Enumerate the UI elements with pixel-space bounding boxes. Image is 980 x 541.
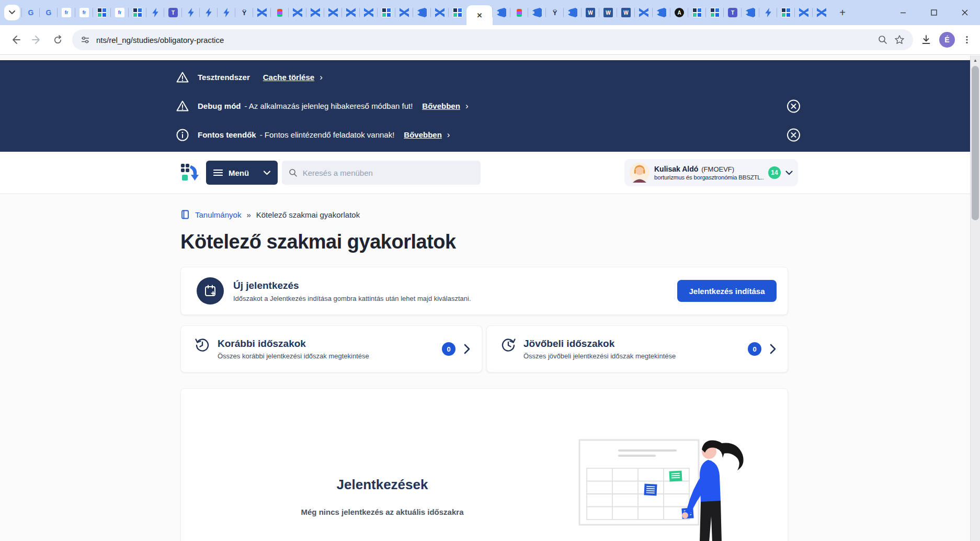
tab-neptun[interactable] bbox=[93, 0, 111, 25]
toolbar-right: É bbox=[920, 32, 972, 48]
tab-teams[interactable]: T bbox=[724, 0, 742, 25]
tab-xarrows[interactable] bbox=[635, 0, 653, 25]
tab-xarrows[interactable] bbox=[253, 0, 271, 25]
new-application-card: Új jelentkezés Időszakot a Jelentkezés i… bbox=[180, 267, 788, 315]
banner-text: - Az alkalmazás jelenleg hibakereső módb… bbox=[245, 102, 413, 110]
hamburger-icon bbox=[213, 169, 223, 176]
tab-devops[interactable] bbox=[528, 0, 546, 25]
forward-icon bbox=[31, 35, 42, 45]
tab-devops[interactable] bbox=[413, 0, 431, 25]
page-scrollbar[interactable]: ▲ bbox=[970, 55, 980, 541]
past-periods-count-badge: 0 bbox=[442, 342, 455, 356]
page-content: Tesztrendszer Cache törlése › Debug mód … bbox=[0, 55, 980, 541]
tab-xarrows[interactable] bbox=[289, 0, 306, 25]
person-favicon: Ÿ bbox=[550, 8, 560, 17]
notification-badge[interactable]: 14 bbox=[768, 166, 781, 179]
url-text[interactable]: nts/rel_ng/studies/obligatory-practice bbox=[96, 36, 871, 44]
tab-neptun[interactable] bbox=[378, 0, 395, 25]
browser-menu-icon[interactable] bbox=[962, 35, 972, 44]
xarrows-favicon bbox=[400, 8, 409, 17]
tab-devops[interactable] bbox=[742, 0, 759, 25]
word-favicon: W bbox=[603, 8, 613, 17]
tab-xarrows[interactable] bbox=[795, 0, 813, 25]
forward-button[interactable] bbox=[26, 29, 47, 50]
person-favicon: Ÿ bbox=[240, 8, 249, 17]
tab-bolt[interactable] bbox=[759, 0, 777, 25]
tab-search-button[interactable] bbox=[4, 5, 20, 20]
banner-link-more[interactable]: Bővebben bbox=[404, 130, 442, 139]
xarrows-favicon bbox=[293, 8, 302, 17]
docfr-favicon: fr bbox=[79, 8, 89, 17]
tab-xarrows[interactable] bbox=[306, 0, 324, 25]
xarrows-favicon bbox=[799, 8, 808, 17]
tab-neptun[interactable] bbox=[706, 0, 724, 25]
tab-word[interactable]: W bbox=[617, 0, 635, 25]
menu-button[interactable]: Menü bbox=[206, 161, 278, 185]
neptun-favicon bbox=[692, 8, 702, 17]
tab-xarrows[interactable] bbox=[342, 0, 360, 25]
past-periods-card[interactable]: Korábbi időszakok Összes korábbi jelentk… bbox=[180, 325, 482, 373]
angular-favicon: A bbox=[675, 8, 684, 17]
scrollbar-thumb[interactable] bbox=[972, 66, 979, 220]
banner-close-button[interactable] bbox=[787, 128, 801, 142]
new-application-title: Új jelentkezés bbox=[233, 280, 471, 291]
tab-neptun[interactable] bbox=[777, 0, 795, 25]
tab-bolt[interactable] bbox=[200, 0, 218, 25]
tab-xarrows[interactable] bbox=[813, 0, 830, 25]
tab-figma[interactable] bbox=[271, 0, 289, 25]
banner-close-button[interactable] bbox=[787, 99, 801, 113]
close-window-button[interactable] bbox=[949, 0, 980, 25]
start-application-button[interactable]: Jelentkezés indítása bbox=[677, 280, 777, 302]
reload-button[interactable] bbox=[47, 29, 68, 50]
tab-xarrows[interactable] bbox=[360, 0, 378, 25]
tab-google[interactable]: G bbox=[22, 0, 40, 25]
tab-docfr[interactable]: fr bbox=[75, 0, 93, 25]
tab-xarrows[interactable] bbox=[324, 0, 342, 25]
tab-bolt[interactable] bbox=[218, 0, 235, 25]
browser-profile-avatar[interactable]: É bbox=[939, 32, 955, 48]
tab-xarrows[interactable] bbox=[431, 0, 449, 25]
bookmark-star-icon[interactable] bbox=[894, 35, 905, 45]
future-periods-title: Jövőbeli időszakok bbox=[523, 338, 748, 350]
new-tab-button[interactable]: + bbox=[835, 5, 850, 20]
tab-word[interactable]: W bbox=[582, 0, 599, 25]
tab-active[interactable]: ✕ bbox=[466, 5, 493, 25]
tab-google[interactable]: G bbox=[40, 0, 58, 25]
tab-figma[interactable] bbox=[510, 0, 528, 25]
banner-link-more[interactable]: Bővebben bbox=[422, 102, 460, 110]
back-button[interactable] bbox=[5, 29, 26, 50]
tab-neptun[interactable] bbox=[688, 0, 706, 25]
tab-devops[interactable] bbox=[564, 0, 582, 25]
chevron-down-icon bbox=[785, 171, 793, 175]
tab-person[interactable]: Ÿ bbox=[546, 0, 564, 25]
zoom-icon[interactable] bbox=[878, 35, 888, 45]
tab-word[interactable]: W bbox=[599, 0, 617, 25]
neptun-favicon bbox=[133, 8, 142, 17]
user-menu[interactable]: Kulisak Aldó (FMOEVF) borturizmus és bor… bbox=[624, 159, 798, 186]
tab-bolt[interactable] bbox=[146, 0, 164, 25]
tab-devops[interactable] bbox=[653, 0, 670, 25]
tab-devops[interactable] bbox=[493, 0, 510, 25]
tab-neptun[interactable] bbox=[129, 0, 146, 25]
past-periods-title: Korábbi időszakok bbox=[218, 338, 442, 350]
menu-search[interactable] bbox=[282, 161, 481, 185]
future-periods-card[interactable]: Jövőbeli időszakok Összes jövőbeli jelen… bbox=[486, 325, 788, 373]
tab-xarrows[interactable] bbox=[395, 0, 413, 25]
address-bar[interactable]: nts/rel_ng/studies/obligatory-practice bbox=[72, 29, 913, 50]
breadcrumb-link-studies[interactable]: Tanulmányok bbox=[195, 210, 241, 219]
maximize-button[interactable] bbox=[918, 0, 949, 25]
tab-neptun[interactable] bbox=[449, 0, 466, 25]
tab-docfr[interactable]: fr bbox=[111, 0, 129, 25]
scrollbar-up-arrow[interactable]: ▲ bbox=[971, 58, 980, 63]
downloads-icon[interactable] bbox=[920, 34, 932, 46]
studies-book-icon bbox=[180, 210, 190, 219]
minimize-button[interactable] bbox=[887, 0, 918, 25]
tab-teams[interactable]: T bbox=[164, 0, 182, 25]
banner-link-cache-clear[interactable]: Cache törlése bbox=[263, 73, 314, 82]
tab-person[interactable]: Ÿ bbox=[235, 0, 253, 25]
tab-angular[interactable]: A bbox=[670, 0, 688, 25]
tab-close-icon[interactable]: ✕ bbox=[477, 12, 483, 19]
tab-bolt[interactable] bbox=[182, 0, 200, 25]
search-input[interactable] bbox=[303, 168, 474, 177]
tab-docfr[interactable]: fr bbox=[58, 0, 75, 25]
